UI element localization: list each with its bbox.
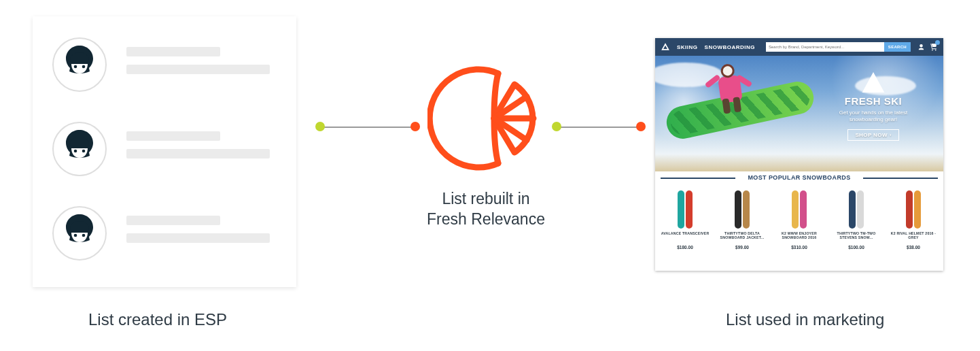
snowboard-icon bbox=[914, 190, 921, 229]
hero-logo-icon bbox=[862, 72, 885, 93]
search-input[interactable] bbox=[766, 42, 884, 52]
center-caption-line2: Fresh Relevance bbox=[427, 210, 545, 228]
esp-list-panel bbox=[33, 16, 296, 287]
product-image bbox=[775, 185, 824, 229]
connector-start-dot bbox=[315, 122, 325, 131]
placeholder-lines bbox=[126, 131, 277, 167]
product-name: THIRTYTWO DELTA SNOWBOARD JACKET... bbox=[718, 231, 767, 241]
snowboard-icon bbox=[678, 190, 684, 229]
product-price: $100.00 bbox=[832, 245, 881, 250]
product-name: K2 RIVAL HELMET 2016 - GREY bbox=[889, 231, 938, 241]
product-name: THIRTYTWO TM-TWO STEVENS SNOW... bbox=[832, 231, 881, 241]
svg-point-1 bbox=[74, 65, 77, 69]
svg-point-7 bbox=[74, 234, 77, 237]
fresh-relevance-logo-icon bbox=[427, 60, 544, 177]
user-icon[interactable] bbox=[917, 44, 925, 51]
placeholder-lines bbox=[126, 216, 277, 251]
center-caption: List rebuilt in Fresh Relevance bbox=[408, 189, 564, 230]
list-item bbox=[52, 205, 277, 261]
site-topbar: SKIING SNOWBOARDING SEARCH bbox=[655, 38, 943, 56]
snowboard-icon bbox=[743, 190, 750, 229]
product-image bbox=[718, 185, 767, 229]
svg-point-2 bbox=[82, 65, 86, 69]
products-section: MOST POPULAR SNOWBOARDS AVALANCE TRANSCE… bbox=[655, 171, 943, 256]
avatar-icon bbox=[52, 37, 107, 93]
product-card[interactable]: THIRTYTWO TM-TWO STEVENS SNOW...$100.00 bbox=[832, 185, 881, 250]
product-price: $180.00 bbox=[661, 245, 710, 250]
shop-now-button[interactable]: SHOP NOW› bbox=[847, 129, 898, 141]
chevron-right-icon: › bbox=[890, 133, 892, 137]
svg-point-8 bbox=[82, 234, 86, 237]
hero-banner: FRESH SKI Get your hands on the latest s… bbox=[655, 56, 943, 171]
snowboard-icon bbox=[849, 190, 856, 229]
search-button[interactable]: SEARCH bbox=[884, 42, 911, 52]
product-image bbox=[661, 185, 710, 229]
site-logo-icon bbox=[661, 42, 670, 52]
avatar-icon bbox=[52, 121, 107, 177]
hero-brand: FRESH SKI bbox=[816, 95, 931, 107]
hero-tagline: Get your hands on the latest snowboardin… bbox=[826, 110, 921, 124]
products-heading: MOST POPULAR SNOWBOARDS bbox=[661, 174, 938, 181]
snowboarder-graphic bbox=[699, 56, 760, 118]
snowboard-icon bbox=[857, 190, 864, 229]
snowboard-icon bbox=[686, 190, 693, 229]
center-caption-line1: List rebuilt in bbox=[442, 190, 529, 207]
product-card[interactable]: THIRTYTWO DELTA SNOWBOARD JACKET...$99.0… bbox=[718, 185, 767, 250]
connector-line bbox=[319, 127, 415, 128]
product-card[interactable]: AVALANCE TRANSCEIVER$180.00 bbox=[661, 185, 710, 250]
snowboard-icon bbox=[800, 190, 807, 229]
snowboard-icon bbox=[735, 190, 741, 229]
nav-skiing[interactable]: SKIING bbox=[677, 44, 698, 50]
shop-now-label: SHOP NOW bbox=[855, 132, 888, 138]
esp-caption: List created in ESP bbox=[88, 310, 227, 329]
avatar-icon bbox=[52, 205, 107, 261]
product-card[interactable]: K2 WWW ENJOYER SNOWBOARD 2016$310.00 bbox=[775, 185, 824, 250]
product-price: $38.00 bbox=[889, 245, 938, 250]
product-name: K2 WWW ENJOYER SNOWBOARD 2016 bbox=[775, 231, 824, 241]
snowboard-icon bbox=[906, 190, 913, 229]
placeholder-lines bbox=[126, 47, 277, 82]
connector-line bbox=[556, 127, 640, 128]
product-card[interactable]: K2 RIVAL HELMET 2016 - GREY$38.00 bbox=[889, 185, 938, 250]
product-image bbox=[889, 185, 938, 229]
nav-snowboarding[interactable]: SNOWBOARDING bbox=[705, 44, 755, 50]
list-item bbox=[52, 37, 277, 93]
product-image bbox=[832, 185, 881, 229]
center-block: List rebuilt in Fresh Relevance bbox=[408, 60, 564, 230]
list-item bbox=[52, 121, 277, 177]
svg-point-5 bbox=[82, 150, 86, 153]
product-price: $99.00 bbox=[718, 245, 767, 250]
cart-icon[interactable] bbox=[929, 42, 938, 52]
svg-point-4 bbox=[74, 150, 77, 153]
marketing-site-panel: SKIING SNOWBOARDING SEARCH FRESH SKI bbox=[655, 38, 943, 271]
product-name: AVALANCE TRANSCEIVER bbox=[661, 231, 710, 241]
marketing-caption: List used in marketing bbox=[726, 310, 884, 329]
connector-end-dot bbox=[636, 122, 646, 131]
snowboard-icon bbox=[792, 190, 799, 229]
product-price: $310.00 bbox=[775, 245, 824, 250]
